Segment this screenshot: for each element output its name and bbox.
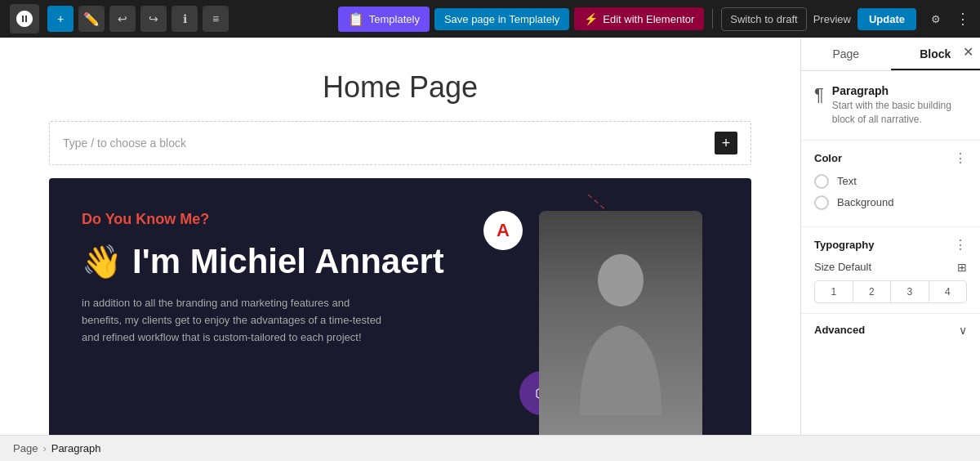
typography-more-button[interactable]: ⋮ (954, 237, 967, 253)
size-4-button[interactable]: 4 (929, 281, 967, 302)
color-section: Color ⋮ Text Background (801, 141, 980, 227)
tab-indicator (891, 69, 981, 70)
background-color-radio[interactable] (814, 195, 829, 210)
text-color-option[interactable]: Text (814, 174, 967, 189)
chevron-down-icon[interactable]: ∨ (959, 324, 967, 337)
templately-button[interactable]: 📋 Templately (338, 7, 430, 32)
placeholder-text: Type / to choose a block (63, 137, 186, 150)
block-description: Start with the basic building block of a… (832, 99, 967, 127)
editor-area[interactable]: Home Page Type / to choose a block + Do … (0, 38, 800, 435)
hero-description: in addition to all the branding and mark… (82, 295, 392, 346)
switch-draft-button[interactable]: Switch to draft (721, 7, 806, 31)
text-color-label: Text (837, 175, 857, 187)
redo-button[interactable]: ↪ (140, 6, 167, 32)
block-placeholder[interactable]: Type / to choose a block + (49, 121, 751, 165)
list-view-button[interactable]: ≡ (203, 6, 229, 32)
size-3-button[interactable]: 3 (891, 281, 929, 302)
update-button[interactable]: Update (858, 8, 916, 30)
undo-button[interactable]: ↩ (109, 6, 136, 32)
typography-sizes: 1 2 3 4 (814, 280, 967, 303)
advanced-label: Advanced (814, 324, 865, 336)
typography-size-row: Size Default ⊞ (814, 261, 967, 274)
block-info: ¶ Paragraph Start with the basic buildin… (801, 71, 980, 141)
advanced-section[interactable]: Advanced ∨ (801, 314, 980, 347)
add-block-button[interactable]: + (47, 6, 74, 32)
background-color-option[interactable]: Background (814, 195, 967, 210)
more-options-button[interactable]: ⋮ (956, 10, 970, 28)
wave-emoji: 👋 (82, 242, 122, 281)
breadcrumb-separator: › (42, 442, 46, 454)
tools-button[interactable]: ✏️ (78, 6, 105, 32)
hero-section: Do You Know Me? 👋 I'm Michiel Annaert in… (49, 178, 751, 435)
block-name: Paragraph (832, 84, 967, 97)
preview-button[interactable]: Preview (813, 13, 851, 25)
wp-logo (10, 4, 39, 34)
gear-icon: ⚙ (931, 13, 941, 25)
size-2-button[interactable]: 2 (853, 281, 892, 302)
add-block-inline-button[interactable]: + (715, 132, 737, 154)
hero-name: 👋 I'm Michiel Annaert (82, 241, 719, 282)
breadcrumb-current: Paragraph (51, 442, 101, 454)
elementor-button[interactable]: ⚡ Edit with Elementor (574, 7, 704, 30)
paragraph-icon: ¶ (814, 84, 824, 105)
settings-button[interactable]: ⚙ (923, 6, 949, 32)
elementor-icon: ⚡ (584, 12, 598, 25)
background-color-label: Background (837, 196, 893, 208)
typography-section: Typography ⋮ Size Default ⊞ 1 2 3 4 (801, 227, 980, 314)
color-section-title: Color (814, 152, 842, 164)
save-templately-button[interactable]: Save page in Templately (434, 8, 569, 30)
text-color-radio[interactable] (814, 174, 829, 189)
bottom-bar: Page › Paragraph (0, 435, 980, 461)
sidebar-tabs: Page Block ✕ (801, 38, 980, 71)
hero-tagline: Do You Know Me? (82, 211, 719, 228)
toolbar-separator (712, 9, 713, 29)
typography-section-title: Typography (814, 239, 874, 251)
toolbar: + ✏️ ↩ ↪ ℹ ≡ 📋 Templately Save page in T… (0, 0, 980, 38)
color-more-button[interactable]: ⋮ (954, 150, 967, 166)
right-sidebar: Page Block ✕ ¶ Paragraph Start with the … (800, 38, 980, 435)
breadcrumb-home[interactable]: Page (13, 442, 38, 454)
hero-name-text: I'm Michiel Annaert (132, 241, 444, 282)
filter-icon[interactable]: ⊞ (957, 261, 967, 274)
templately-icon: 📋 (348, 11, 364, 27)
sidebar-close-button[interactable]: ✕ (963, 44, 973, 60)
tab-page[interactable]: Page (801, 38, 891, 70)
main-area: Home Page Type / to choose a block + Do … (0, 38, 980, 435)
details-button[interactable]: ℹ (172, 6, 198, 32)
size-default-label: Size Default (814, 261, 871, 273)
page-title: Home Page (49, 70, 751, 105)
toolbar-right: Switch to draft Preview Update ⚙ ⋮ (721, 6, 970, 32)
more-icon: ⋮ (956, 11, 970, 27)
size-1-button[interactable]: 1 (815, 281, 853, 302)
hero-content: Do You Know Me? 👋 I'm Michiel Annaert in… (49, 178, 751, 379)
